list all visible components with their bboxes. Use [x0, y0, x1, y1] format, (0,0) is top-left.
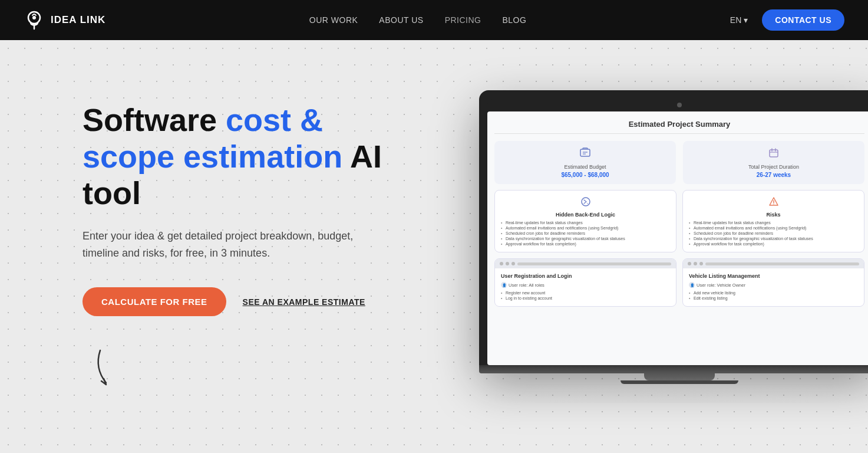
card-header — [495, 259, 676, 268]
reg-role-text: User role: All roles — [509, 283, 544, 288]
role-icon: 👤 — [689, 282, 695, 288]
laptop-outer: Estimated Project Summary Estimated Budg… — [479, 90, 868, 365]
vehicle-card: Vehicle Listing Management 👤 User role: … — [682, 258, 864, 307]
arrow-decoration — [82, 344, 130, 392]
list-item: Real-time updates for task status change… — [689, 221, 858, 225]
screen-content: Estimated Project Summary Estimated Budg… — [487, 111, 868, 365]
vehicle-list: Add new vehicle listing Edit existing li… — [689, 291, 858, 300]
header-dot — [688, 262, 691, 265]
budget-card: Estimated Budget $65,000 - $68,000 — [494, 141, 676, 184]
bottom-row: User Registration and Login 👤 User role:… — [494, 258, 864, 307]
duration-icon — [690, 147, 857, 162]
list-item: Edit existing listing — [689, 296, 858, 300]
chevron-down-icon: ▾ — [744, 15, 748, 25]
header-dot — [694, 262, 697, 265]
hero-content: Software cost & scope estimation AI tool… — [82, 78, 412, 416]
backend-list: Real-time updates for task status change… — [501, 221, 670, 246]
reg-title: User Registration and Login — [501, 273, 670, 279]
nav-right: EN ▾ CONTACT US — [730, 9, 844, 31]
risks-icon — [689, 196, 858, 209]
laptop-stand — [644, 373, 715, 380]
laptop-foot — [621, 380, 738, 384]
hero-title-part1: Software — [82, 102, 226, 137]
duration-label: Total Project Duration — [690, 164, 857, 170]
hero-mockup: Estimated Project Summary Estimated Budg… — [412, 90, 868, 403]
svg-rect-6 — [770, 150, 778, 157]
list-item: Scheduled cron jobs for deadline reminde… — [689, 231, 858, 235]
lang-label: EN — [730, 15, 741, 25]
budget-label: Estimated Budget — [501, 164, 669, 170]
registration-card: User Registration and Login 👤 User role:… — [494, 258, 676, 307]
hero-subtitle: Enter your idea & get detailed project b… — [82, 228, 365, 262]
laptop-wrapper: Estimated Project Summary Estimated Budg… — [479, 90, 868, 403]
list-item: Approval workflow for task completion) — [501, 242, 670, 246]
header-dot — [506, 262, 509, 265]
laptop-screen: Estimated Project Summary Estimated Budg… — [487, 111, 868, 365]
header-dot — [511, 262, 515, 265]
card-header — [683, 259, 864, 268]
risks-card: Risks Real-time updates for task status … — [682, 190, 864, 252]
vehicle-title: Vehicle Listing Management — [689, 273, 858, 279]
laptop-camera — [677, 103, 682, 107]
header-dot — [699, 262, 703, 265]
card-body: User Registration and Login 👤 User role:… — [495, 268, 676, 306]
nav-link-blog[interactable]: BLOG — [503, 15, 527, 25]
list-item: Register new account — [501, 291, 670, 295]
nav-links: OUR WORK ABOUT US PRICING BLOG — [309, 15, 527, 25]
header-bar — [705, 262, 859, 265]
detail-row: Hidden Back-End Logic Real-time updates … — [494, 190, 864, 252]
role-icon: 👤 — [501, 282, 507, 288]
budget-icon — [501, 147, 669, 162]
laptop-base — [479, 365, 868, 373]
svg-point-2 — [32, 16, 36, 19]
svg-rect-3 — [580, 149, 590, 156]
hero-title: Software cost & scope estimation AI tool — [82, 101, 412, 211]
navbar: IDEA LINK OUR WORK ABOUT US PRICING BLOG… — [0, 0, 868, 40]
backend-title: Hidden Back-End Logic — [501, 212, 670, 218]
duration-value: 26-27 weeks — [690, 172, 857, 178]
nav-link-pricing[interactable]: PRICING — [445, 15, 481, 25]
calculate-button[interactable]: CALCULATE FOR FREE — [82, 287, 226, 316]
screen-title: Estimated Project Summary — [494, 120, 864, 134]
contact-us-button[interactable]: CONTACT US — [762, 9, 844, 31]
list-item: Automated email invitations and notifica… — [501, 226, 670, 230]
risks-list: Real-time updates for task status change… — [689, 221, 858, 246]
list-item: Log in to existing account — [501, 296, 670, 300]
list-item: Real-time updates for task status change… — [501, 221, 670, 225]
budget-value: $65,000 - $68,000 — [501, 172, 669, 178]
list-item: Scheduled cron jobs for deadline reminde… — [501, 231, 670, 235]
header-dot — [500, 262, 503, 265]
hero-section: Software cost & scope estimation AI tool… — [0, 40, 868, 453]
backend-card: Hidden Back-End Logic Real-time updates … — [494, 190, 676, 252]
backend-icon — [501, 196, 670, 209]
logo[interactable]: IDEA LINK — [24, 9, 105, 31]
example-estimate-button[interactable]: SEE AN EXAMPLE ESTIMATE — [243, 297, 365, 307]
nav-link-about-us[interactable]: ABOUT US — [379, 15, 423, 25]
nav-link-our-work[interactable]: OUR WORK — [309, 15, 358, 25]
logo-icon — [24, 9, 45, 31]
vehicle-role-text: User role: Vehicle Owner — [697, 283, 745, 288]
language-selector[interactable]: EN ▾ — [730, 15, 748, 25]
list-item: Add new vehicle listing — [689, 291, 858, 295]
list-item: Data synchronization for geographic visu… — [501, 237, 670, 241]
laptop-reflection — [479, 385, 868, 403]
risks-title: Risks — [689, 212, 858, 218]
card-body: Vehicle Listing Management 👤 User role: … — [683, 268, 864, 306]
vehicle-role: 👤 User role: Vehicle Owner — [689, 282, 858, 288]
list-item: Data synchronization for geographic visu… — [689, 237, 858, 241]
duration-card: Total Project Duration 26-27 weeks — [683, 141, 864, 184]
header-bar — [517, 262, 671, 265]
laptop-notch — [487, 99, 868, 111]
reg-list: Register new account Log in to existing … — [501, 291, 670, 300]
svg-point-12 — [773, 203, 774, 204]
hero-actions: CALCULATE FOR FREE SEE AN EXAMPLE ESTIMA… — [82, 287, 412, 316]
list-item: Automated email invitations and notifica… — [689, 226, 858, 230]
brand-name: IDEA LINK — [51, 14, 105, 26]
summary-row: Estimated Budget $65,000 - $68,000 Total… — [494, 141, 864, 184]
reg-role: 👤 User role: All roles — [501, 282, 670, 288]
list-item: Approval workflow for task completion) — [689, 242, 858, 246]
